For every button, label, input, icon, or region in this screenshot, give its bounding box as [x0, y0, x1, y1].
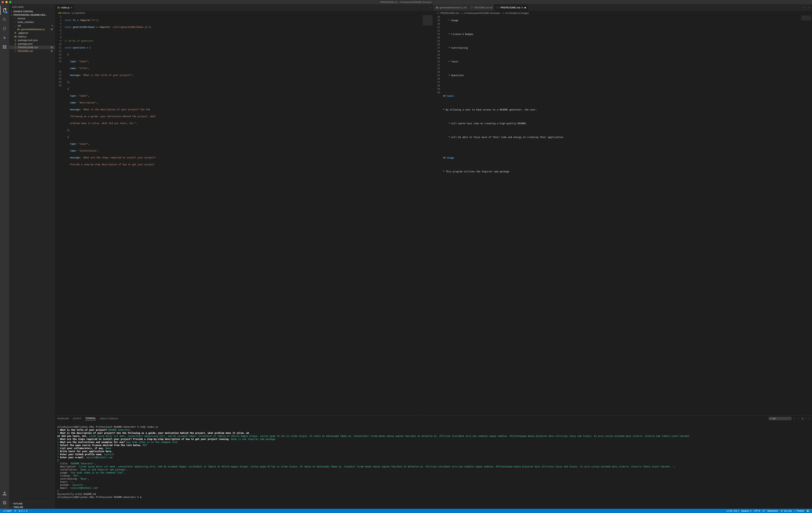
- minimize-window-button[interactable]: [5, 1, 8, 3]
- folder-license[interactable]: › license: [9, 17, 55, 20]
- tab-generate-markdown[interactable]: JS generateMarkdown.js M: [434, 4, 468, 11]
- info-icon: ⓘ: [470, 6, 473, 9]
- eol[interactable]: LF: [761, 510, 766, 512]
- breadcrumb-left[interactable]: JS index.js › [○] questions: [55, 11, 433, 15]
- maximize-window-button[interactable]: [9, 1, 11, 3]
- source-control-activity[interactable]: [0, 24, 9, 33]
- kill-terminal-icon[interactable]: 🗑: [802, 417, 804, 420]
- info-icon: ⓘ: [437, 12, 440, 14]
- code-content[interactable]: const fs = require('fs'); const generate…: [64, 15, 422, 415]
- chevron-right-icon: ›: [14, 18, 17, 20]
- info-icon: ⓘ: [14, 46, 17, 49]
- bell-icon: 🔔: [807, 510, 809, 512]
- maximize-panel-icon[interactable]: ^: [806, 417, 807, 420]
- modified-dot-icon: •: [52, 25, 53, 26]
- notifications-button[interactable]: 🔔: [805, 510, 810, 512]
- bottom-panel: PROBLEMS OUTPUT TERMINAL DEBUG CONSOLE 1…: [55, 415, 812, 509]
- tab-readme[interactable]: ⓘ README.md M: [468, 4, 494, 11]
- new-terminal-icon[interactable]: ＋: [793, 417, 795, 420]
- check-icon: ✓: [794, 510, 796, 512]
- explorer-badge: 1: [5, 11, 8, 13]
- code-content[interactable]: * Usage * License & Badges * Contributin…: [443, 15, 800, 415]
- indentation[interactable]: Spaces: 4: [740, 510, 752, 512]
- explorer-title: EXPLORER: [12, 6, 24, 8]
- split-terminal-icon[interactable]: ⫟: [798, 417, 800, 420]
- terminal-selector[interactable]: 1: zsh: [768, 417, 791, 420]
- sync-icon: ⟳: [14, 510, 16, 512]
- terminal-tab[interactable]: TERMINAL: [85, 417, 96, 420]
- file-tree: › license › node_modules ⌄ util • JS gen…: [9, 17, 55, 502]
- code-editor-right[interactable]: 18 19 20 21 22 23 24 25 26 27 28 29 30 3…: [434, 15, 812, 415]
- info-icon: ⓘ: [496, 6, 499, 9]
- debug-console-tab[interactable]: DEBUG CONSOLE: [100, 417, 118, 420]
- more-icon[interactable]: ⋯: [430, 6, 432, 9]
- dirty-dot-icon: ●: [524, 6, 526, 9]
- accounts-activity[interactable]: [0, 489, 9, 498]
- close-window-button[interactable]: [2, 1, 4, 3]
- file-package-json[interactable]: {} package.json: [9, 42, 55, 46]
- window-title: PREREADME.md — Professional-README-Gener…: [380, 1, 432, 3]
- folder-util[interactable]: ⌄ util •: [9, 24, 55, 28]
- folder-node-modules[interactable]: › node_modules: [9, 20, 55, 24]
- js-icon: JS: [435, 6, 438, 9]
- sidebar-header: EXPLORER ⋯: [9, 4, 55, 10]
- code-editor-left[interactable]: 2 3 4 5 6 7 8 9 10 11 12 13 14 15: [55, 15, 433, 415]
- explorer-sidebar: EXPLORER ⋯ › SOURCE CONTROL ⌄ PROFESSION…: [9, 4, 55, 509]
- editor-group-left: JS index.js × ⋯ JS index.js › [○] questi…: [55, 4, 434, 415]
- go-live-button[interactable]: ⚡ Go Live: [779, 510, 793, 512]
- gear-icon: ⚙: [14, 32, 17, 34]
- problems-tab[interactable]: PROBLEMS: [57, 417, 69, 420]
- source-control-section[interactable]: › SOURCE CONTROL: [9, 10, 55, 13]
- js-icon: JS: [58, 12, 61, 14]
- settings-activity[interactable]: [0, 498, 9, 507]
- chevron-down-icon: ⌄: [10, 14, 12, 16]
- extensions-activity[interactable]: [0, 42, 9, 52]
- error-icon: ⊘: [19, 510, 21, 512]
- output-tab[interactable]: OUTPUT: [73, 417, 81, 420]
- tab-index-js[interactable]: JS index.js ×: [55, 4, 74, 11]
- file-package-lock[interactable]: {} package-lock.json: [9, 38, 55, 42]
- split-editor-icon[interactable]: ⫟: [804, 6, 806, 9]
- cursor-position[interactable]: Ln 52, Col 1: [725, 510, 740, 512]
- encoding[interactable]: UTF-8: [753, 510, 761, 512]
- chevron-right-icon: ›: [10, 506, 12, 508]
- project-section[interactable]: ⌄ PROFESSIONAL-README-GEN...: [9, 13, 55, 17]
- json-icon: {}: [14, 43, 17, 45]
- outline-section[interactable]: › OUTLINE: [9, 502, 55, 505]
- more-icon[interactable]: ⋯: [808, 6, 810, 9]
- file-index-js[interactable]: JS index.js: [9, 35, 55, 38]
- prettier-button[interactable]: ✓ Prettier: [793, 510, 805, 512]
- info-icon: ⓘ: [14, 50, 17, 53]
- modified-status: M: [51, 28, 53, 31]
- tabs-left: JS index.js × ⋯: [55, 4, 433, 11]
- explorer-activity[interactable]: 1: [0, 6, 9, 15]
- language-mode[interactable]: Markdown: [766, 510, 779, 512]
- git-branch[interactable]: ⎇ main*: [2, 510, 13, 512]
- search-activity[interactable]: [0, 15, 9, 24]
- gutter: 2 3 4 5 6 7 8 9 10 11 12 13 14 15: [55, 15, 64, 415]
- timeline-section[interactable]: › TIMELINE: [9, 505, 55, 509]
- tab-prereadme[interactable]: ⓘ PREREADME.md M ●: [494, 4, 528, 11]
- file-prereadme[interactable]: ⓘ PREREADME.md M: [9, 46, 55, 49]
- broadcast-icon: ⚡: [780, 510, 783, 512]
- close-panel-icon[interactable]: ×: [809, 417, 810, 420]
- minimap[interactable]: [800, 15, 812, 415]
- file-gitignore[interactable]: ⚙ .gitignore: [9, 31, 55, 35]
- file-readme[interactable]: ⓘ README.md M: [9, 49, 55, 53]
- panel-tabs: PROBLEMS OUTPUT TERMINAL DEBUG CONSOLE 1…: [55, 416, 812, 422]
- sync-button[interactable]: ⟳: [13, 510, 18, 512]
- close-icon[interactable]: ×: [71, 6, 72, 9]
- terminal[interactable]: allyshajovich@Allyshas-iMac Professional…: [55, 422, 812, 509]
- more-icon[interactable]: ⋯: [50, 6, 52, 8]
- warning-icon: ⚠: [23, 510, 25, 512]
- js-icon: JS: [57, 6, 60, 9]
- titlebar: PREREADME.md — Professional-README-Gener…: [0, 0, 812, 4]
- errors-button[interactable]: ⊘ 0 ⚠ 0: [18, 510, 28, 512]
- breadcrumb-right[interactable]: ⓘ PREREADME.md › ▭ # Professional-README…: [434, 11, 812, 15]
- file-generate-markdown[interactable]: JS generateMarkdown.js M: [9, 28, 55, 31]
- modified-status: M: [51, 50, 53, 53]
- minimap[interactable]: [422, 15, 433, 415]
- run-debug-activity[interactable]: [0, 33, 9, 42]
- chevron-right-icon: ›: [10, 503, 12, 505]
- window-controls: [2, 1, 11, 3]
